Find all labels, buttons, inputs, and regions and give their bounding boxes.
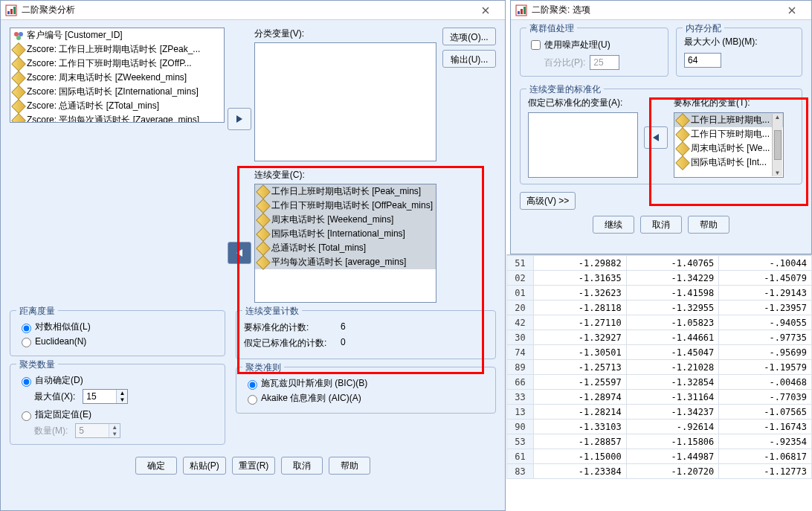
source-variable-list[interactable]: 客户编号 [Customer_ID]Zscore: 工作日上班时期电话时长 [Z… bbox=[10, 28, 225, 123]
cell[interactable]: -1.25597 bbox=[534, 375, 627, 390]
table-row[interactable]: 33-1.28974-1.31164-.77039 bbox=[507, 390, 812, 405]
cell[interactable]: -1.31635 bbox=[534, 271, 627, 286]
variable-row[interactable]: Zscore: 平均每次通话时长 [Zaverage_mins] bbox=[10, 113, 224, 123]
variable-row[interactable]: 工作日上班时期电... bbox=[674, 113, 783, 127]
table-row[interactable]: 20-1.28118-1.32955-1.23957 bbox=[507, 301, 812, 315]
variable-row[interactable]: 客户编号 [Customer_ID] bbox=[10, 28, 224, 42]
variable-row[interactable]: 周末电话时长 [Weekend_mins] bbox=[255, 213, 436, 227]
variable-row[interactable]: 平均每次通话时长 [average_mins] bbox=[255, 255, 436, 269]
cell[interactable]: -1.06817 bbox=[719, 449, 812, 464]
table-row[interactable]: 61-1.15000-1.44987-1.06817 bbox=[507, 449, 812, 464]
paste-button[interactable]: 粘贴(P) bbox=[183, 457, 226, 475]
distance-euclidean-radio[interactable]: Euclidean(N) bbox=[18, 335, 217, 347]
clusters-max-input[interactable] bbox=[83, 390, 116, 403]
cell[interactable]: -1.34229 bbox=[626, 271, 719, 286]
cell[interactable]: -1.21028 bbox=[626, 360, 719, 375]
table-row[interactable]: 89-1.25713-1.21028-1.19579 bbox=[507, 360, 812, 375]
std-move-button[interactable] bbox=[644, 126, 668, 149]
table-row[interactable]: 66-1.25597-1.32854-.00468 bbox=[507, 375, 812, 390]
continuous-variable-list[interactable]: 工作日上班时期电话时长 [Peak_mins]工作日下班时期电话时长 [OffP… bbox=[254, 184, 436, 303]
cell[interactable]: -1.19579 bbox=[719, 360, 812, 375]
cell[interactable]: -.10044 bbox=[719, 256, 812, 271]
cell[interactable]: -1.41598 bbox=[626, 286, 719, 301]
cell[interactable]: -1.45079 bbox=[719, 271, 812, 286]
cell[interactable]: -1.28214 bbox=[534, 405, 627, 420]
cell[interactable]: -1.15000 bbox=[534, 449, 627, 464]
cell[interactable]: -1.45047 bbox=[626, 345, 719, 360]
cell[interactable]: -.97735 bbox=[719, 330, 812, 345]
cancel-button[interactable]: 取消 bbox=[640, 216, 682, 234]
options-button[interactable]: 选项(O)... bbox=[442, 28, 496, 45]
move-to-continuous-button[interactable] bbox=[228, 242, 251, 264]
ok-button[interactable]: 确定 bbox=[135, 457, 177, 475]
cell[interactable]: -1.30501 bbox=[534, 345, 627, 360]
variable-row[interactable]: 国际电话时长 [Int... bbox=[674, 155, 783, 170]
criteria-aic-radio[interactable]: Akaike 信息准则 (AIC)(A) bbox=[244, 392, 488, 405]
cell[interactable]: -1.12773 bbox=[719, 464, 812, 479]
spin-up-icon[interactable]: ▲ bbox=[117, 390, 127, 396]
output-button[interactable]: 输出(U)... bbox=[442, 50, 496, 68]
cell[interactable]: -1.32955 bbox=[626, 301, 719, 315]
cell[interactable]: -1.44987 bbox=[626, 449, 719, 464]
memory-input[interactable] bbox=[684, 53, 721, 68]
table-row[interactable]: 42-1.27110-1.05823-.94055 bbox=[507, 315, 812, 330]
advanced-button[interactable]: 高级(V) >> bbox=[520, 192, 576, 210]
cell[interactable]: -.94055 bbox=[719, 315, 812, 330]
cell[interactable]: -1.28857 bbox=[534, 434, 627, 449]
variable-row[interactable]: 工作日上班时期电话时长 [Peak_mins] bbox=[255, 184, 436, 199]
variable-row[interactable]: 周末电话时长 [We... bbox=[674, 141, 783, 155]
cell[interactable]: -.95699 bbox=[719, 345, 812, 360]
std-to-list[interactable]: 工作日上班时期电...工作日下班时期电...周末电话时长 [We...国际电话时… bbox=[674, 112, 784, 178]
std-assumed-list[interactable] bbox=[528, 112, 638, 178]
variable-row[interactable]: 工作日下班时期电话时长 [OffPeak_mins] bbox=[255, 199, 436, 213]
cell[interactable]: -1.20720 bbox=[626, 464, 719, 479]
cell[interactable]: -1.28118 bbox=[534, 301, 627, 315]
cell[interactable]: -1.07565 bbox=[719, 405, 812, 420]
close-button[interactable] bbox=[777, 2, 807, 19]
variable-row[interactable]: Zscore: 周末电话时长 [ZWeekend_mins] bbox=[10, 71, 224, 85]
cell[interactable]: -1.23384 bbox=[534, 464, 627, 479]
cell[interactable]: -1.32854 bbox=[626, 375, 719, 390]
cancel-button[interactable]: 取消 bbox=[281, 457, 323, 475]
clusters-max-spinner[interactable]: ▲▼ bbox=[83, 389, 128, 404]
outlier-use-check[interactable]: 使用噪声处理(U) bbox=[528, 38, 660, 52]
categorical-variable-list[interactable] bbox=[254, 42, 436, 161]
spin-down-icon[interactable]: ▼ bbox=[117, 396, 127, 403]
scroll-thumb[interactable] bbox=[774, 130, 782, 160]
table-row[interactable]: 13-1.28214-1.34237-1.07565 bbox=[507, 405, 812, 420]
variable-row[interactable]: 总通话时长 [Total_mins] bbox=[255, 241, 436, 255]
dialog2-titlebar[interactable]: 二阶聚类: 选项 bbox=[511, 1, 811, 20]
cell[interactable]: -.00468 bbox=[719, 375, 812, 390]
cell[interactable]: -1.44661 bbox=[626, 330, 719, 345]
cell[interactable]: -1.16743 bbox=[719, 420, 812, 434]
cell[interactable]: -1.40765 bbox=[626, 256, 719, 271]
cell[interactable]: -1.33103 bbox=[534, 420, 627, 434]
help-button[interactable]: 帮助 bbox=[329, 457, 370, 475]
cell[interactable]: -1.05823 bbox=[626, 315, 719, 330]
dialog1-titlebar[interactable]: 二阶聚类分析 bbox=[1, 1, 505, 20]
variable-row[interactable]: Zscore: 总通话时长 [ZTotal_mins] bbox=[10, 99, 224, 113]
cell[interactable]: -1.25713 bbox=[534, 360, 627, 375]
cell[interactable]: -1.29143 bbox=[719, 286, 812, 301]
clusters-fixed-radio[interactable]: 指定固定值(E) bbox=[18, 408, 217, 421]
close-button[interactable] bbox=[471, 2, 500, 19]
help-button[interactable]: 帮助 bbox=[688, 216, 729, 234]
table-row[interactable]: 30-1.32927-1.44661-.97735 bbox=[507, 330, 812, 345]
cell[interactable]: -1.32927 bbox=[534, 330, 627, 345]
table-row[interactable]: 53-1.28857-1.15806-.92354 bbox=[507, 434, 812, 449]
scroll-up-icon[interactable]: ▲ bbox=[775, 114, 781, 120]
cell[interactable]: -1.28974 bbox=[534, 390, 627, 405]
move-to-categorical-button[interactable] bbox=[228, 108, 251, 130]
reset-button[interactable]: 重置(R) bbox=[232, 457, 276, 475]
continue-button[interactable]: 继续 bbox=[593, 216, 634, 234]
cell[interactable]: -1.15806 bbox=[626, 434, 719, 449]
scrollbar[interactable]: ▲ ▼ bbox=[772, 114, 782, 176]
criteria-bic-radio[interactable]: 施瓦兹贝叶斯准则 (BIC)(B) bbox=[244, 377, 488, 390]
cell[interactable]: -1.23957 bbox=[719, 301, 812, 315]
cell[interactable]: -.92614 bbox=[626, 420, 719, 434]
variable-row[interactable]: 工作日下班时期电... bbox=[674, 127, 783, 141]
cell[interactable]: -1.31164 bbox=[626, 390, 719, 405]
variable-row[interactable]: Zscore: 工作日下班时期电话时长 [ZOffP... bbox=[10, 57, 224, 71]
distance-loglikelihood-radio[interactable]: 对数相似值(L) bbox=[18, 321, 217, 333]
cell[interactable]: -1.27110 bbox=[534, 315, 627, 330]
